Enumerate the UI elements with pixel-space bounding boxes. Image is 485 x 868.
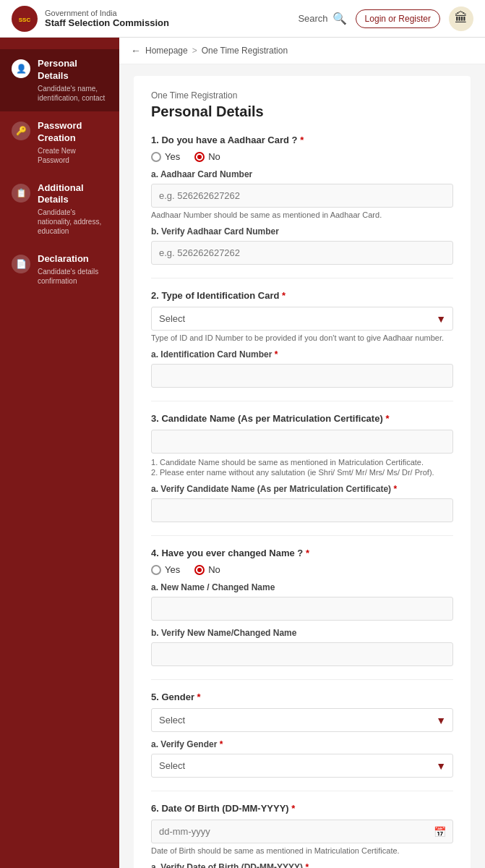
id-card-select[interactable]: Select bbox=[151, 307, 453, 331]
verify-gender-subgroup: a. Verify Gender * Select Male Female Ot… bbox=[151, 739, 453, 778]
org-info: Government of India Staff Selection Comm… bbox=[45, 9, 169, 28]
id-card-select-wrapper: Select ▼ bbox=[151, 307, 453, 331]
sidebar-item-password-creation[interactable]: 🔑 Password Creation Create New Password bbox=[0, 111, 119, 174]
additional-details-title: Additional Details bbox=[38, 182, 108, 207]
name-changed-no-radio[interactable] bbox=[194, 565, 205, 575]
aadhaar-number-hint: Aadhaar Number should be same as mention… bbox=[151, 210, 453, 219]
password-creation-subtitle: Create New Password bbox=[38, 146, 108, 165]
dob-required: * bbox=[291, 803, 295, 814]
breadcrumb-homepage[interactable]: Homepage bbox=[145, 46, 188, 56]
name-changed-yes-radio[interactable] bbox=[151, 565, 161, 575]
name-changed-required: * bbox=[306, 548, 309, 558]
ssc-logo: SSC bbox=[12, 6, 38, 32]
divider-3 bbox=[151, 535, 453, 536]
aadhaar-number-label: a. Aadhaar Card Number bbox=[151, 169, 453, 179]
divider-5 bbox=[151, 791, 453, 791]
candidate-name-verify-input[interactable] bbox=[151, 498, 453, 522]
verify-gender-required: * bbox=[220, 739, 223, 749]
verify-new-name-input[interactable] bbox=[151, 642, 453, 666]
id-card-question: 2. Type of Identification Card * bbox=[151, 290, 453, 301]
verify-gender-select[interactable]: Select Male Female Other bbox=[151, 754, 453, 778]
divider-2 bbox=[151, 401, 453, 401]
aadhaar-group: 1. Do you have a Aadhaar Card ? * Yes No bbox=[151, 135, 453, 265]
dob-input[interactable] bbox=[151, 820, 453, 843]
search-area[interactable]: Search 🔍 bbox=[298, 12, 346, 25]
password-creation-text: Password Creation Create New Password bbox=[38, 120, 108, 165]
aadhaar-number-subgroup: a. Aadhaar Card Number Aadhaar Number sh… bbox=[151, 169, 453, 219]
candidate-name-input[interactable] bbox=[151, 430, 453, 454]
verify-gender-select-wrapper: Select Male Female Other ▼ bbox=[151, 754, 453, 778]
aadhaar-no-radio[interactable] bbox=[194, 152, 205, 162]
candidate-name-verify-required: * bbox=[393, 484, 397, 494]
aadhaar-yes-radio[interactable] bbox=[151, 152, 161, 162]
additional-details-icon: 📋 bbox=[12, 184, 30, 203]
sidebar-item-declaration[interactable]: 📄 Declaration Candidate's details confir… bbox=[0, 244, 119, 294]
dob-verify-subgroup: a. Verify Date of Birth (DD-MM-YYYY) * 📅 bbox=[151, 862, 453, 868]
candidate-name-verify-label: a. Verify Candidate Name (As per Matricu… bbox=[151, 484, 453, 494]
dob-date-wrapper: 📅 bbox=[151, 820, 453, 843]
id-number-input[interactable] bbox=[151, 364, 453, 388]
id-number-subgroup: a. Identification Card Number * bbox=[151, 349, 453, 388]
gender-question: 5. Gender * bbox=[151, 692, 453, 702]
breadcrumb-sep1: > bbox=[192, 46, 197, 56]
dob-verify-required: * bbox=[305, 862, 309, 868]
name-changed-yes-option[interactable]: Yes bbox=[151, 564, 180, 575]
declaration-subtitle: Candidate's details confirmation bbox=[38, 267, 108, 286]
candidate-name-hints: Candidate Name should be same as mention… bbox=[151, 458, 453, 477]
password-creation-title: Password Creation bbox=[38, 120, 108, 145]
personal-details-icon: 👤 bbox=[12, 59, 30, 78]
aadhaar-yes-option[interactable]: Yes bbox=[151, 151, 180, 162]
new-name-subgroup: a. New Name / Changed Name bbox=[151, 582, 453, 621]
search-label: Search bbox=[298, 13, 327, 24]
header-left: SSC Government of India Staff Selection … bbox=[12, 6, 169, 32]
org-name: Staff Selection Commission bbox=[45, 17, 169, 28]
sidebar: 👤 Personal Details Candidate's name, ide… bbox=[0, 38, 119, 868]
candidate-name-group: 3. Candidate Name (As per Matriculation … bbox=[151, 413, 453, 522]
gender-select[interactable]: Select Male Female Other bbox=[151, 708, 453, 732]
gender-select-wrapper: Select Male Female Other ▼ bbox=[151, 708, 453, 732]
gov-text: Government of India bbox=[45, 9, 169, 17]
verify-gender-label: a. Verify Gender * bbox=[151, 739, 453, 749]
divider-1 bbox=[151, 278, 453, 278]
name-changed-group: 4. Have you ever changed Name ? * Yes No bbox=[151, 548, 453, 666]
aadhaar-number-input[interactable] bbox=[151, 184, 453, 208]
id-number-required: * bbox=[275, 349, 278, 359]
dob-question: 6. Date Of Birth (DD-MM-YYYY) * bbox=[151, 803, 453, 814]
emblem-icon: 🏛 bbox=[449, 7, 473, 31]
personal-details-title: Personal Details bbox=[38, 58, 108, 82]
new-name-input[interactable] bbox=[151, 597, 453, 621]
form-section-label: One Time Registration bbox=[151, 90, 453, 101]
dob-verify-label: a. Verify Date of Birth (DD-MM-YYYY) * bbox=[151, 862, 453, 868]
dob-group: 6. Date Of Birth (DD-MM-YYYY) * 📅 Date o… bbox=[151, 803, 453, 868]
declaration-text: Declaration Candidate's details confirma… bbox=[38, 253, 108, 286]
personal-details-subtitle: Candidate's name, identification, contac… bbox=[38, 84, 108, 103]
verify-new-name-label: b. Verify New Name/Changed Name bbox=[151, 628, 453, 638]
candidate-name-verify-subgroup: a. Verify Candidate Name (As per Matricu… bbox=[151, 484, 453, 522]
name-changed-no-option[interactable]: No bbox=[194, 564, 220, 575]
candidate-name-hint-1: Candidate Name should be same as mention… bbox=[151, 458, 453, 467]
svg-text:SSC: SSC bbox=[19, 17, 31, 23]
header: SSC Government of India Staff Selection … bbox=[0, 0, 485, 38]
aadhaar-verify-input[interactable] bbox=[151, 241, 453, 265]
password-creation-icon: 🔑 bbox=[12, 122, 30, 140]
aadhaar-verify-subgroup: b. Verify Aadhaar Card Number bbox=[151, 226, 453, 265]
name-changed-radio-group: Yes No bbox=[151, 564, 453, 575]
id-card-hint: Type of ID and ID Number to be provided … bbox=[151, 333, 453, 342]
search-icon[interactable]: 🔍 bbox=[332, 12, 347, 25]
declaration-icon: 📄 bbox=[12, 255, 30, 273]
main-layout: 👤 Personal Details Candidate's name, ide… bbox=[0, 38, 485, 868]
aadhaar-required: * bbox=[300, 135, 304, 145]
aadhaar-no-option[interactable]: No bbox=[194, 151, 220, 162]
back-arrow[interactable]: ← bbox=[131, 45, 141, 56]
gender-group: 5. Gender * Select Male Female Other ▼ a… bbox=[151, 692, 453, 778]
form-title: Personal Details bbox=[151, 103, 453, 120]
additional-details-text: Additional Details Candidate's nationali… bbox=[38, 182, 108, 237]
aadhaar-radio-group: Yes No bbox=[151, 151, 453, 162]
verify-new-name-subgroup: b. Verify New Name/Changed Name bbox=[151, 628, 453, 666]
divider-4 bbox=[151, 679, 453, 680]
breadcrumb-current: One Time Registration bbox=[202, 46, 288, 56]
sidebar-item-personal-details[interactable]: 👤 Personal Details Candidate's name, ide… bbox=[0, 49, 119, 111]
login-register-button[interactable]: Login or Register bbox=[356, 9, 440, 28]
sidebar-item-additional-details[interactable]: 📋 Additional Details Candidate's nationa… bbox=[0, 174, 119, 245]
main-content: ← Homepage > One Time Registration One T… bbox=[119, 38, 485, 868]
